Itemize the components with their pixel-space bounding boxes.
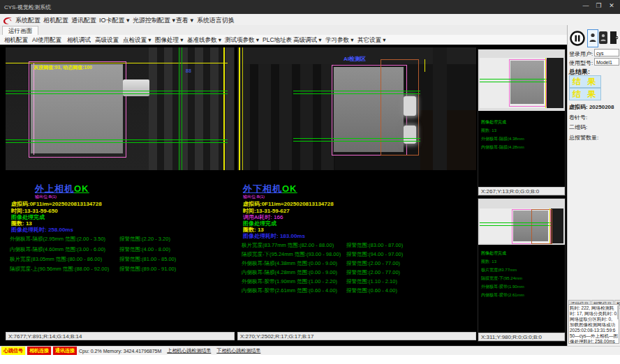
needle-number-label: 卷针号: — [569, 114, 587, 121]
model-field[interactable]: Model1 — [594, 58, 619, 66]
ai-region-label: AI检测区 — [344, 55, 366, 63]
thumb-image-2[interactable] — [478, 199, 565, 245]
tool-plc-address[interactable]: PLC地址表 — [263, 36, 292, 45]
sidebar: 登录用户: cys 使用型号: Model1 总结果: 结 果 结 果 虚拟码:… — [567, 25, 620, 346]
alarm-range: 报警范围:(2.00 - 77.00) — [346, 269, 400, 276]
pixel-readout-bar: X:270;Y:2502;R:17;G:17;B:17 — [237, 332, 476, 340]
lower-camera-heartbeat-result: 下相机心跳检测结果 — [216, 347, 260, 354]
yellow-guide-line-v — [242, 47, 243, 170]
exit-icon — [610, 31, 620, 45]
pixel-readout-bar: X:267;Y:13;R:0;G:0;B:0 — [478, 187, 565, 195]
menu-language-switch[interactable]: 系统语言切换 — [197, 16, 235, 25]
measurement-text: 隔膜宽度-上(90.56mm 范围:(88.00 - 92.00) — [10, 266, 109, 272]
maximize-button[interactable]: ❐ — [593, 2, 604, 9]
thumb-result-line: 图像处理完成 — [481, 250, 506, 257]
measurement-text: 极片宽度(83.05mm 范围:(80.00 - 86.00) — [10, 256, 102, 262]
result-indicator-1: 结 果 — [569, 75, 601, 88]
tool-test-params[interactable]: 测试项参数 ▾ — [225, 36, 259, 45]
user-dark-icon — [600, 33, 606, 42]
thumb-result-line: 图像处理完成 — [481, 119, 506, 126]
login-user-field[interactable]: cys — [594, 49, 619, 56]
pause-button[interactable] — [570, 31, 585, 49]
camera-link-indicator: 相机连接 — [27, 347, 51, 355]
tool-camera-debug[interactable]: 相机调试 — [67, 36, 91, 45]
alarm-range: 报警范围:(89.00 - 91.00) — [119, 266, 176, 273]
login-user-button[interactable] — [587, 29, 598, 47]
ok-status: OK — [282, 183, 297, 194]
log-output[interactable]: 耗时: 222, 网络检测耗时: 17, 网络分类耗时: 0, 网络提取分区耗时… — [568, 304, 619, 344]
green-measure-line — [6, 91, 228, 91]
tool-image-process[interactable]: 图像处理 ▾ — [155, 36, 184, 45]
alarm-range: 报警范围:(2.20 - 3.20) — [119, 236, 170, 243]
camera-panel-lower: AI检测区 外下相机OK 输出位:B(1) 虚拟码:0F11im=2025020… — [237, 46, 476, 340]
app-window: CYS-视觉检测系统 — ❐ ✕ 系统配置 相机配置 通讯配置 IO卡配置 ▾ … — [0, 0, 620, 364]
measurement-text: 外侧极耳-隔膜(2.95mm 范围:(2.00 - 3.50) — [10, 236, 105, 242]
pixel-readout-bar: X:311;Y:980;R:0;G:0;B:0 — [478, 333, 565, 341]
menu-comm-config[interactable]: 通讯配置 — [71, 16, 96, 25]
tool-spot-check[interactable]: 点检设置 ▾ — [123, 36, 152, 45]
alarm-range: 报警范围:(94.00 - 97.00) — [346, 251, 403, 258]
ok-status: OK — [74, 183, 89, 194]
camera-name: 外上相机 — [35, 183, 74, 194]
heartbeat-indicator: 心跳信号 — [1, 347, 25, 355]
tool-ai-usage-config[interactable]: AI使用配置 — [32, 36, 61, 45]
thumb-result-line: 隔膜宽度-下(95.24mm — [481, 275, 522, 282]
menu-camera-config[interactable]: 相机配置 — [43, 16, 68, 25]
upper-camera-heartbeat-result: 上相机心跳检测结果 — [167, 347, 211, 354]
virtual-code-label: 虚拟码: 20250208 — [569, 103, 614, 111]
yellow-guide-line-v — [545, 58, 546, 108]
tool-other-settings[interactable]: 其它设置 ▾ — [357, 36, 386, 45]
user-icon — [589, 33, 596, 43]
green-measure-line-v — [182, 47, 182, 170]
tool-advanced-setting[interactable]: 高级设置 — [95, 36, 119, 45]
green-measure-line — [480, 82, 547, 82]
menu-io-config[interactable]: IO卡配置 ▾ — [99, 16, 130, 25]
machine-column-right — [433, 47, 447, 170]
tool-camera-config[interactable]: 相机配置 — [4, 36, 28, 45]
menu-system-config[interactable]: 系统配置 — [15, 16, 40, 25]
measurement-text: 内侧极耳-隔膜(4.28mm 范围:(0.00 - 9.00) — [242, 269, 337, 275]
camera-image-lower[interactable]: AI检测区 — [237, 47, 476, 170]
alarm-range: 报警范围:(83.00 - 87.00) — [346, 242, 403, 249]
elapsed-line: 图像处理耗时: 258.00ms — [11, 226, 73, 234]
tool-baseline-params[interactable]: 基准线参数 ▾ — [187, 36, 221, 45]
measurement-text: 极片宽度(83.77mm 范围:(82.00 - 88.00) — [242, 242, 334, 248]
main-area: 灰度阈值:93, 动态阈值:100 88 外上相机OK 输出位:B(1) 虚拟码… — [0, 45, 567, 346]
alarm-range: 报警范围:(1.10 - 2.10) — [346, 278, 397, 285]
exit-button[interactable] — [610, 31, 620, 47]
pixel-readout-bar: X:7677;Y:891;R:14;G:14;B:14 — [6, 332, 235, 340]
thumb-image-1[interactable] — [478, 50, 565, 111]
thumb-result-line: 圈数: 13 — [481, 128, 496, 134]
green-measure-line — [6, 93, 228, 94]
minimize-button[interactable]: — — [580, 2, 591, 9]
green-measure-line — [6, 139, 228, 140]
yellow-guide-line-v — [239, 47, 240, 170]
alarm-range: 报警范围:(0.60 - 4.00) — [346, 287, 397, 294]
dark-machine-side — [547, 58, 563, 108]
tool-advanced-debug[interactable]: 高级调试 ▾ — [293, 36, 322, 45]
tool-learning-params[interactable]: 学习参数 ▾ — [325, 36, 354, 45]
camera-image-upper[interactable]: 灰度阈值:93, 动态阈值:100 88 — [6, 47, 235, 170]
alarm-range: 报警范围:(81.00 - 85.00) — [119, 256, 176, 263]
menu-view[interactable]: 查看 ▾ — [176, 16, 193, 25]
tab-run-screen[interactable]: 运行画面 — [2, 26, 38, 35]
green-measure-line — [480, 225, 551, 226]
blue-note-label: 88 — [186, 68, 191, 73]
green-measure-line — [293, 138, 420, 139]
alarm-range: 报警范围:(4.00 - 8.00) — [119, 246, 170, 253]
close-button[interactable]: ✕ — [606, 2, 617, 9]
toolbar: 相机配置 AI使用配置 相机调试 高级设置 点检设置 ▾ 图像处理 ▾ 基准线参… — [0, 35, 567, 45]
model-label: 使用型号: — [569, 59, 593, 67]
result-indicator-2: 结 果 — [569, 88, 601, 100]
menu-light-config[interactable]: 光源控制配置 ▾ — [133, 16, 175, 25]
green-measure-line-v — [179, 47, 179, 170]
machine-columns — [149, 47, 235, 170]
app-status-bar: 心跳信号 相机连接 通讯连接 Cpu: 0.2% Memory: 3424.41… — [0, 346, 620, 355]
machine-structure — [237, 47, 335, 170]
measurement-text: 内侧极耳-隔膜(4.60mm 范围:(3.00 - 6.00) — [10, 246, 105, 252]
titlebar: CYS-视觉检测系统 — ❐ ✕ — [0, 0, 620, 14]
green-measure-line — [293, 91, 420, 91]
user-manage-button[interactable] — [599, 31, 607, 44]
log-scrollbar[interactable] — [617, 305, 619, 319]
green-measure-line — [293, 93, 420, 94]
